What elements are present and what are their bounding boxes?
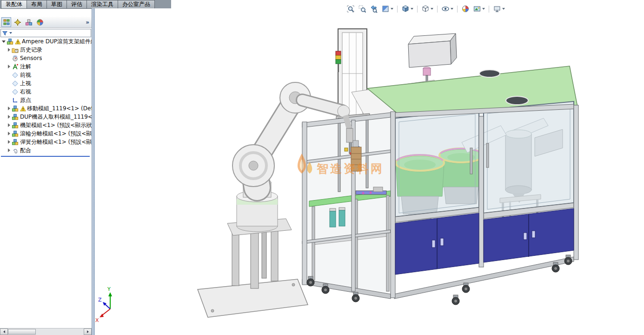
assembly-icon: [12, 105, 19, 112]
expand-toggle[interactable]: [7, 123, 11, 127]
displaymanager-tab[interactable]: [35, 17, 45, 27]
tree-item-label: DUP機器人取料模組_1119<1: [20, 113, 92, 121]
plane-icon: [12, 88, 19, 95]
apply-scene-button[interactable]: [472, 4, 485, 13]
tree-item-roller-separation-module[interactable]: 滾輪分離模組<1> (預設<顯...: [0, 129, 92, 138]
expand-toggle[interactable]: [7, 106, 11, 111]
tab-evaluate[interactable]: 评估: [67, 0, 87, 9]
door-handle[interactable]: [470, 148, 472, 174]
expand-toggle[interactable]: [7, 64, 11, 69]
glass-door-left[interactable]: [395, 110, 479, 217]
glass-door-right[interactable]: [484, 101, 574, 213]
orientation-triad[interactable]: Y Z X: [95, 286, 112, 323]
tree-item-spring-separation-module[interactable]: 彈簧分離模組<1> (預設<顯...: [0, 138, 92, 146]
graphics-area[interactable]: 智造资料网 Y Z X: [94, 8, 644, 335]
propertymanager-tab[interactable]: [13, 17, 22, 27]
tab-assembly[interactable]: 装配体: [1, 0, 27, 9]
panel-splitter[interactable]: [92, 8, 95, 335]
chevron-down-icon[interactable]: [391, 8, 393, 10]
sensors-icon: [12, 55, 19, 62]
tree-item-label: 滾輪分離模組<1> (預設<顯...: [20, 130, 92, 138]
tree-item-moving-module[interactable]: 移動模組_1119<1> (Def...: [0, 104, 92, 113]
tab-layout[interactable]: 布局: [27, 0, 47, 9]
tree-item-label: 上视: [20, 80, 31, 87]
toolbar-separator: [437, 6, 438, 13]
toolbar-separator: [397, 6, 398, 13]
door-handle[interactable]: [486, 143, 489, 168]
chevron-down-icon[interactable]: [9, 32, 12, 34]
tree-item-mates[interactable]: 配合: [0, 146, 92, 154]
tree-item-history[interactable]: 历史记录: [0, 46, 92, 54]
panel-collapse-button[interactable]: »: [86, 19, 90, 26]
panel-handle[interactable]: [440, 238, 444, 246]
tree-item-origin[interactable]: 原点: [0, 96, 92, 104]
triad-z-label: Z: [98, 297, 102, 303]
chevron-down-icon[interactable]: [431, 8, 433, 10]
view-orientation-button[interactable]: [401, 4, 414, 13]
tab-render-tools[interactable]: 渲染工具: [87, 0, 118, 9]
solidworks-window: 装配体 布局 草图 评估 渲染工具 办公室产品: [0, 0, 644, 335]
history-folder-icon: [12, 47, 19, 54]
tree-item-robot-pick-module[interactable]: DUP機器人取料模組_1119<1: [0, 113, 92, 121]
assembly-icon: [12, 130, 19, 137]
configurationmanager-tab[interactable]: [24, 17, 33, 27]
tree-item-annotations[interactable]: 注解: [0, 62, 92, 71]
chevron-down-icon[interactable]: [451, 8, 453, 10]
zoom-to-fit-button[interactable]: [346, 4, 355, 13]
display-style-button[interactable]: [421, 4, 434, 13]
expand-toggle[interactable]: [7, 47, 11, 52]
watermark-text: 智造资料网: [316, 162, 384, 175]
scroll-right-button[interactable]: [84, 328, 92, 335]
tree-item-label: 原点: [20, 96, 31, 104]
display-style-icon: [421, 5, 430, 13]
panel-handle[interactable]: [432, 240, 435, 248]
chevron-down-icon[interactable]: [482, 8, 485, 10]
expand-toggle[interactable]: [7, 140, 11, 144]
toolbar-separator: [457, 6, 458, 13]
expand-toggle[interactable]: [7, 114, 11, 119]
expand-toggle[interactable]: [1, 39, 6, 44]
panel-handle[interactable]: [524, 233, 527, 240]
roof-hole: [506, 96, 528, 105]
tree-item-top-plane[interactable]: 上视: [0, 79, 92, 87]
expand-toggle: [7, 89, 11, 94]
tree-item-frame-module[interactable]: 機架模組<1> (預設<顯示狀...: [0, 121, 92, 129]
tree-item-sensors[interactable]: Sensors: [0, 54, 92, 62]
expand-toggle[interactable]: [7, 131, 11, 136]
edit-appearance-button[interactable]: [461, 4, 470, 13]
tab-sketch[interactable]: 草图: [47, 0, 67, 9]
hide-show-items-button[interactable]: [441, 4, 454, 13]
previous-view-button[interactable]: [369, 4, 378, 13]
scroll-left-button[interactable]: [0, 328, 8, 335]
mates-icon: [12, 147, 19, 154]
scrollbar-thumb[interactable]: [8, 329, 36, 335]
zoom-to-area-button[interactable]: [358, 4, 367, 13]
expand-toggle[interactable]: [7, 148, 11, 153]
toolbar-separator: [489, 6, 489, 13]
commandmanager-tab-bar: 装配体 布局 草图 评估 渲染工具 办公室产品: [0, 0, 171, 9]
featuremanager-tab[interactable]: [1, 17, 11, 27]
section-view-button[interactable]: [381, 4, 394, 13]
roof-hole: [479, 70, 500, 77]
view-settings-button[interactable]: [492, 4, 505, 13]
zoom-to-area-icon: [358, 5, 366, 13]
chevron-down-icon[interactable]: [502, 8, 505, 10]
tree-item-front-plane[interactable]: 前视: [0, 71, 92, 79]
model-scene[interactable]: 智造资料网 Y Z X: [94, 8, 644, 335]
assembly-icon: [12, 114, 19, 121]
assembly-icon: [12, 122, 19, 129]
plane-icon: [12, 72, 19, 79]
tab-office-products[interactable]: 办公室产品: [118, 0, 155, 9]
robot-pedestal[interactable]: [198, 219, 308, 317]
tree-item-label: Sensors: [20, 55, 42, 61]
rollback-bar[interactable]: [1, 156, 90, 157]
edit-appearance-icon: [461, 5, 470, 13]
panel-tab-bar: »: [0, 17, 92, 28]
panel-handle[interactable]: [532, 231, 535, 238]
warning-icon: [15, 39, 21, 45]
tree-filter-bar[interactable]: [0, 29, 91, 37]
tree-root-item[interactable]: Ampere DUP滾筒支架組件組: [0, 37, 92, 46]
tree-horizontal-scrollbar[interactable]: [0, 328, 92, 335]
tree-item-right-plane[interactable]: 右视: [0, 87, 92, 96]
chevron-down-icon[interactable]: [411, 8, 413, 10]
